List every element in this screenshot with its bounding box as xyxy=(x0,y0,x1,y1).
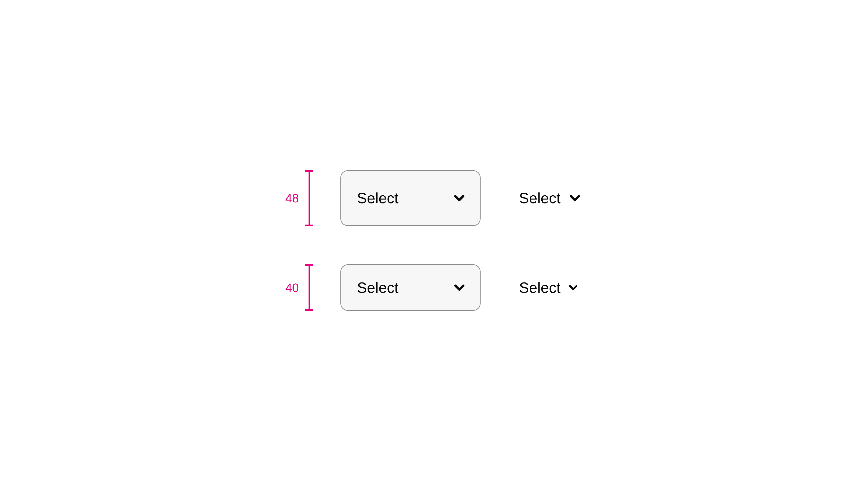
measure-label-48: 48 xyxy=(285,191,299,205)
measure-bracket-icon xyxy=(305,264,313,311)
select-examples-40: Select Select xyxy=(340,264,579,311)
chevron-down-icon xyxy=(452,190,467,206)
spec-container: 48 Select Select 40 xyxy=(285,170,583,311)
chevron-down-icon xyxy=(567,281,580,294)
measure-bracket-icon xyxy=(305,170,313,226)
select-examples-48: Select Select xyxy=(340,170,583,226)
select-label: Select xyxy=(519,279,560,296)
measure-group-48: 48 xyxy=(285,170,313,226)
measure-label-40: 40 xyxy=(285,281,299,295)
select-plain-large[interactable]: Select xyxy=(519,189,583,207)
select-boxed-small[interactable]: Select xyxy=(340,264,480,311)
chevron-down-icon xyxy=(452,280,467,296)
measure-group-40: 40 xyxy=(285,264,313,311)
select-label: Select xyxy=(357,189,398,207)
select-label: Select xyxy=(519,189,560,207)
chevron-down-icon xyxy=(567,190,583,206)
select-label: Select xyxy=(357,279,398,296)
spec-row-40: 40 Select Select xyxy=(285,264,583,311)
spec-row-48: 48 Select Select xyxy=(285,170,583,226)
select-plain-small[interactable]: Select xyxy=(519,279,579,296)
select-boxed-large[interactable]: Select xyxy=(340,170,480,226)
